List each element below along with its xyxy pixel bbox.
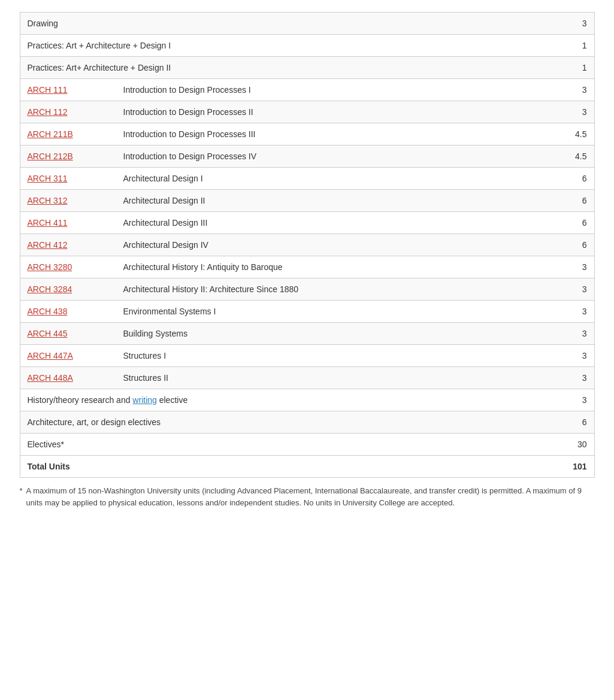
course-name: Introduction to Design Processes III: [123, 129, 551, 139]
table-row: ARCH 448AStructures II3: [20, 367, 594, 389]
course-name: Architecture, art, or design electives: [28, 417, 551, 427]
course-name: Architectural History I: Antiquity to Ba…: [123, 262, 551, 272]
course-name: Architectural Design III: [123, 218, 551, 228]
course-units: 3: [551, 373, 587, 383]
course-units: 3: [551, 262, 587, 272]
course-name: Introduction to Design Processes II: [123, 107, 551, 117]
course-name: Electives*: [28, 440, 551, 449]
writing-link[interactable]: writing: [132, 395, 156, 405]
table-row: ARCH 311Architectural Design I6: [20, 168, 594, 190]
course-code-link[interactable]: ARCH 411: [28, 218, 68, 228]
course-name: Drawing: [28, 19, 551, 28]
course-name: Architectural Design I: [123, 174, 551, 183]
course-code-link[interactable]: ARCH 212B: [28, 151, 73, 161]
total-label: Total Units: [28, 462, 551, 471]
course-name: Architectural History II: Architecture S…: [123, 284, 551, 294]
course-units: 3: [551, 395, 587, 405]
course-units: 4.5: [551, 151, 587, 161]
course-units: 3: [551, 329, 587, 338]
course-name: Structures II: [123, 373, 551, 383]
table-row: History/theory research and writing elec…: [20, 389, 594, 411]
course-name: Environmental Systems I: [123, 307, 551, 316]
course-units: 30: [551, 440, 587, 449]
course-name: Architectural Design II: [123, 196, 551, 205]
course-name: Practices: Art + Architecture + Design I: [28, 41, 551, 50]
course-units: 1: [551, 41, 587, 50]
course-units: 6: [551, 218, 587, 228]
course-code-link[interactable]: ARCH 445: [28, 329, 68, 338]
course-name: Architectural Design IV: [123, 240, 551, 250]
course-units: 3: [551, 19, 587, 28]
footnote-text: A maximum of 15 non-Washington Universit…: [26, 485, 595, 508]
table-row: Total Units101: [20, 456, 594, 477]
course-code-link[interactable]: ARCH 438: [28, 307, 68, 316]
table-row: ARCH 445Building Systems3: [20, 323, 594, 345]
course-name: Introduction to Design Processes IV: [123, 151, 551, 161]
course-code-link[interactable]: ARCH 211B: [28, 129, 73, 139]
course-units: 6: [551, 417, 587, 427]
course-name: Practices: Art+ Architecture + Design II: [28, 63, 551, 72]
course-units: 6: [551, 240, 587, 250]
course-code-link[interactable]: ARCH 3284: [28, 284, 72, 294]
course-name: Structures I: [123, 351, 551, 360]
table-row: ARCH 411Architectural Design III6: [20, 212, 594, 234]
course-units: 3: [551, 107, 587, 117]
course-code-link[interactable]: ARCH 311: [28, 174, 68, 183]
footnote-star: *: [20, 485, 23, 508]
table-row: ARCH 3284Architectural History II: Archi…: [20, 278, 594, 301]
course-units: 4.5: [551, 129, 587, 139]
course-name: Building Systems: [123, 329, 551, 338]
course-code-link[interactable]: ARCH 447A: [28, 351, 73, 360]
course-units: 1: [551, 63, 587, 72]
course-units: 6: [551, 196, 587, 205]
table-row: ARCH 211BIntroduction to Design Processe…: [20, 123, 594, 146]
course-name: Introduction to Design Processes I: [123, 85, 551, 95]
course-table: Drawing3Practices: Art + Architecture + …: [20, 12, 595, 478]
table-row: ARCH 112Introduction to Design Processes…: [20, 101, 594, 123]
table-row: ARCH 111Introduction to Design Processes…: [20, 79, 594, 101]
course-code-link[interactable]: ARCH 112: [28, 107, 68, 117]
course-code-link[interactable]: ARCH 111: [28, 85, 68, 95]
course-code-link[interactable]: ARCH 3280: [28, 262, 72, 272]
course-units: 6: [551, 174, 587, 183]
table-row: Architecture, art, or design electives6: [20, 411, 594, 434]
course-code-link[interactable]: ARCH 412: [28, 240, 68, 250]
course-units: 3: [551, 307, 587, 316]
course-name: History/theory research and writing elec…: [28, 395, 551, 405]
course-units: 3: [551, 351, 587, 360]
course-code-link[interactable]: ARCH 312: [28, 196, 68, 205]
table-row: ARCH 412Architectural Design IV6: [20, 234, 594, 256]
course-units: 3: [551, 85, 587, 95]
table-row: Practices: Art+ Architecture + Design II…: [20, 57, 594, 79]
footnote: * A maximum of 15 non-Washington Univers…: [20, 485, 595, 508]
table-row: ARCH 212BIntroduction to Design Processe…: [20, 146, 594, 168]
table-row: Electives*30: [20, 434, 594, 456]
table-row: Practices: Art + Architecture + Design I…: [20, 35, 594, 57]
table-row: Drawing3: [20, 13, 594, 35]
table-row: ARCH 447AStructures I3: [20, 345, 594, 367]
table-row: ARCH 312Architectural Design II6: [20, 190, 594, 212]
course-code-link[interactable]: ARCH 448A: [28, 373, 73, 383]
course-units: 3: [551, 284, 587, 294]
table-row: ARCH 438Environmental Systems I3: [20, 301, 594, 323]
total-units: 101: [551, 462, 587, 471]
table-row: ARCH 3280Architectural History I: Antiqu…: [20, 256, 594, 278]
